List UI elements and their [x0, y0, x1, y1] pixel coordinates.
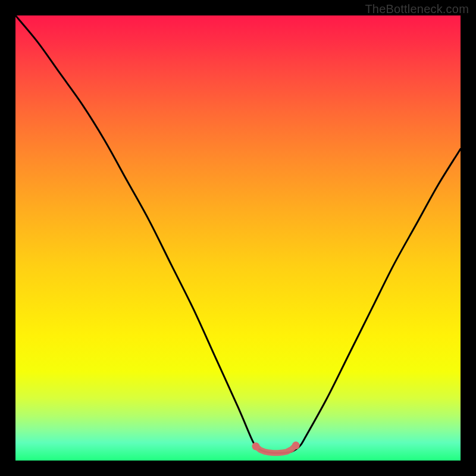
bottleneck-curve-path: [15, 15, 461, 453]
plot-area: [15, 15, 461, 461]
valley-marker-end: [292, 441, 300, 449]
curve-layer: [15, 15, 461, 453]
watermark-text: TheBottleneck.com: [365, 2, 469, 16]
bottleneck-curve-svg: [15, 15, 461, 461]
chart-frame: TheBottleneck.com: [0, 0, 476, 476]
valley-marker-band: [256, 446, 296, 453]
marker-layer: [252, 441, 299, 453]
valley-marker-start: [252, 443, 259, 450]
